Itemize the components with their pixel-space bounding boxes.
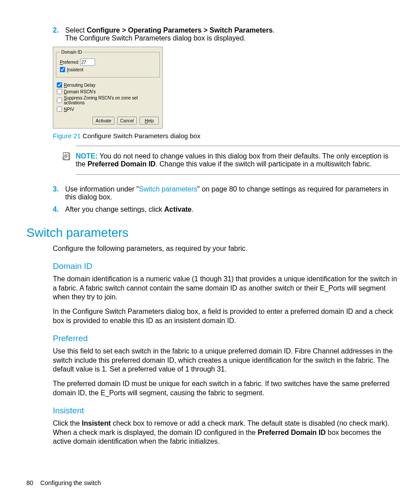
text: elp [148,118,154,123]
paragraph: Use this field to set each switch in the… [53,347,400,374]
text: PIV [67,107,74,112]
fieldset-legend: Domain ID [60,50,83,55]
page-number: 80 [26,479,33,486]
text: After you change settings, click [65,206,164,213]
domain-rscn-checkbox[interactable] [57,89,62,94]
bold: Insistent [82,419,111,427]
bold: Preferred Domain ID [258,429,326,436]
text: erouting Delay [67,83,95,88]
text: H [145,118,148,123]
figure-number: Figure 21 [53,132,81,140]
figure-caption: Figure 21 Configure Switch Parameters di… [53,132,400,140]
text: Click the [53,419,82,427]
step-text: After you change settings, click Activat… [65,206,194,213]
step-number: 3. [53,185,59,193]
section-heading: Switch parameters [26,226,400,240]
note-box: NOTE: You do not need to change values i… [76,146,400,175]
step-text: Use information under "Switch parameters… [65,185,388,201]
text: Use information under " [65,185,139,193]
menu-path: Configure > Operating Parameters > Switc… [87,26,273,34]
text: nsistent [68,67,83,72]
paragraph: In the Configure Switch Parameters dialo… [53,307,400,326]
paragraph: The domain identification is a numeric v… [53,275,400,302]
note-label: NOTE: [76,152,98,160]
insistent-checkbox[interactable] [60,67,65,72]
section-intro: Configure the following parameters, as r… [53,244,400,254]
note-text: . Change this value if the switch will p… [155,160,372,168]
text: . [192,206,193,213]
preferred-heading: Preferred [53,334,400,343]
paragraph: The preferred domain ID must be unique f… [53,379,400,398]
suppress-zoning-checkbox[interactable] [57,98,62,103]
activate-bold: Activate [164,206,192,213]
text: omain RSCN's [67,89,96,94]
preferred-label: Preferred [60,60,78,65]
paragraph: Click the Insistent check box to remove … [53,419,400,446]
text: referred [63,60,78,65]
page-footer: 80Configuring the switch [26,479,101,486]
insistent-heading: Insistent [53,406,400,416]
text: Select [65,26,87,34]
npiv-label: NPIV [64,107,74,112]
note-icon [62,151,71,161]
preferred-input[interactable] [80,59,95,66]
rerouting-delay-label: Rerouting Delay [64,83,96,88]
step-text-2: The Configure Switch Parameters dialog b… [65,34,246,42]
figure-text: Configure Switch Parameters dialog box [81,132,200,140]
step-text: Select Configure > Operating Parameters … [65,26,275,34]
text: S [64,96,67,100]
footer-title: Configuring the switch [41,479,101,486]
activate-button[interactable]: Activate [92,117,114,125]
domain-rscn-label: Domain RSCN's [64,89,96,94]
suppress-zoning-label: Suppress Zoning RSCN's on zone set activ… [64,96,159,105]
text: P [60,60,63,65]
rerouting-delay-checkbox[interactable] [57,82,62,88]
switch-parameters-dialog: Domain ID Preferred Insistent Rerouting … [53,47,163,129]
insistent-label: Insistent [67,67,83,72]
help-button[interactable]: Help [140,117,159,125]
text: uppress Zoning RSCN's on zone set activa… [64,96,138,105]
step-number: 2. [53,26,59,34]
domain-id-fieldset: Domain ID Preferred Insistent [56,50,160,77]
switch-parameters-link[interactable]: Switch parameters [139,185,198,193]
text: . [273,26,274,34]
note-bold: Preferred Domain ID [88,160,156,168]
npiv-checkbox[interactable] [57,107,62,112]
domain-id-heading: Domain ID [53,261,400,271]
step-number: 4. [53,206,59,213]
cancel-button[interactable]: Cancel [117,117,137,125]
